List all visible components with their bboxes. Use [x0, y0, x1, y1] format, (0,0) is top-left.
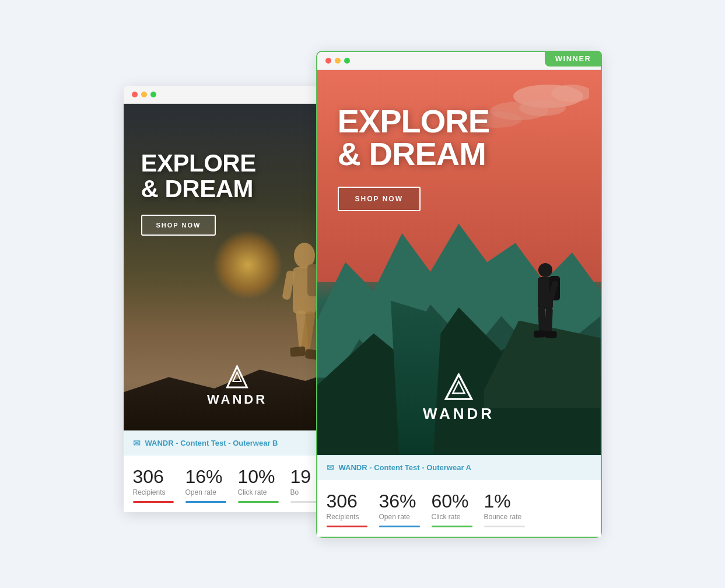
stat-value-bounce-b: 1%: [484, 492, 511, 510]
stat-bar-recipients-b: [327, 526, 367, 527]
wandr-logo-a: WANDR: [207, 365, 267, 407]
stat-value-recipients-a: 306: [133, 467, 164, 486]
explore-title-b: EXPLORE& DREAM: [338, 105, 490, 170]
stat-label-bounce-b: Bounce rate: [484, 513, 522, 521]
svg-rect-20: [534, 330, 546, 337]
email-icon-b: ✉: [327, 463, 334, 473]
explore-title-a: EXPLORE& DREAM: [141, 150, 256, 202]
text-overlay-b: EXPLORE& DREAM SHOP NOW: [338, 105, 490, 211]
winner-badge: WINNER: [545, 51, 602, 66]
email-preview-b: EXPLORE& DREAM SHOP NOW WANDR: [317, 70, 601, 455]
stat-label-open-a: Open rate: [185, 488, 216, 496]
email-name-b: WANDR - Content Test - Outerwear A: [339, 463, 472, 472]
svg-rect-5: [290, 346, 306, 356]
text-overlay-a: EXPLORE& DREAM SHOP NOW: [141, 150, 256, 236]
wandr-text-a: WANDR: [207, 392, 267, 407]
shop-btn-a[interactable]: SHOP NOW: [141, 215, 216, 236]
wandr-logo-b: WANDR: [423, 373, 495, 423]
wandr-text-b: WANDR: [423, 405, 495, 423]
dot-red-a: [132, 92, 138, 97]
mountain-icon-a: [222, 365, 251, 390]
svg-point-13: [519, 100, 566, 116]
stat-bar-bounce-b: [484, 526, 525, 527]
svg-point-15: [538, 263, 552, 277]
stat-label-click-b: Click rate: [432, 513, 461, 521]
stat-label-click-a: Click rate: [238, 488, 267, 496]
stat-label-bounce-a: Bo: [290, 488, 299, 496]
svg-marker-8: [227, 366, 247, 387]
email-info-bar-b: ✉ WANDR - Content Test - Outerwear A: [317, 455, 601, 480]
stat-open-a: 16% Open rate: [185, 467, 226, 503]
stat-value-bounce-a: 19: [290, 467, 311, 486]
svg-rect-19: [544, 307, 552, 334]
stat-bounce-b: 1% Bounce rate: [484, 492, 525, 527]
stat-click-a: 10% Click rate: [238, 467, 279, 503]
stat-label-open-b: Open rate: [379, 513, 410, 521]
shop-btn-b[interactable]: SHOP NOW: [338, 187, 421, 211]
stat-bar-click-b: [432, 526, 472, 527]
dot-yellow-a: [141, 92, 147, 97]
stat-recipients-b: 306 Recipients: [327, 492, 367, 527]
dot-yellow-b: [335, 58, 341, 64]
email-name-a: WANDR - Content Test - Outerwear B: [145, 439, 278, 447]
dot-green-b: [344, 58, 350, 64]
stat-bar-open-a: [185, 501, 226, 503]
stats-bar-b: 306 Recipients 36% Open rate 60% Click r…: [317, 480, 601, 537]
stat-click-b: 60% Click rate: [432, 492, 472, 527]
stat-bar-click-a: [238, 501, 279, 503]
stat-value-click-a: 10%: [238, 467, 275, 486]
stat-value-open-b: 36%: [379, 492, 416, 510]
ab-test-container: EXPLORE& DREAM SHOP NOW WANDR ✉ WANDR - …: [124, 51, 602, 538]
dot-green-a: [150, 92, 156, 97]
dot-red-b: [325, 58, 331, 64]
stat-value-click-b: 60%: [432, 492, 469, 510]
stat-label-recipients-b: Recipients: [327, 513, 359, 521]
svg-marker-23: [446, 374, 472, 399]
stat-value-recipients-b: 306: [327, 492, 358, 510]
stat-bar-open-b: [379, 526, 420, 527]
preview-b-content: EXPLORE& DREAM SHOP NOW WANDR: [317, 70, 601, 455]
stat-label-recipients-a: Recipients: [133, 488, 166, 496]
stat-bar-recipients-a: [133, 501, 174, 503]
mountain-icon-b: [442, 373, 477, 402]
email-card-b: WINNER: [316, 51, 602, 538]
svg-rect-21: [545, 331, 557, 338]
stat-value-open-a: 16%: [185, 467, 223, 486]
stat-recipients-a: 306 Recipients: [133, 467, 174, 503]
hiker-silhouette-b: [525, 260, 566, 347]
stat-open-b: 36% Open rate: [379, 492, 420, 527]
email-icon-a: ✉: [133, 438, 141, 449]
